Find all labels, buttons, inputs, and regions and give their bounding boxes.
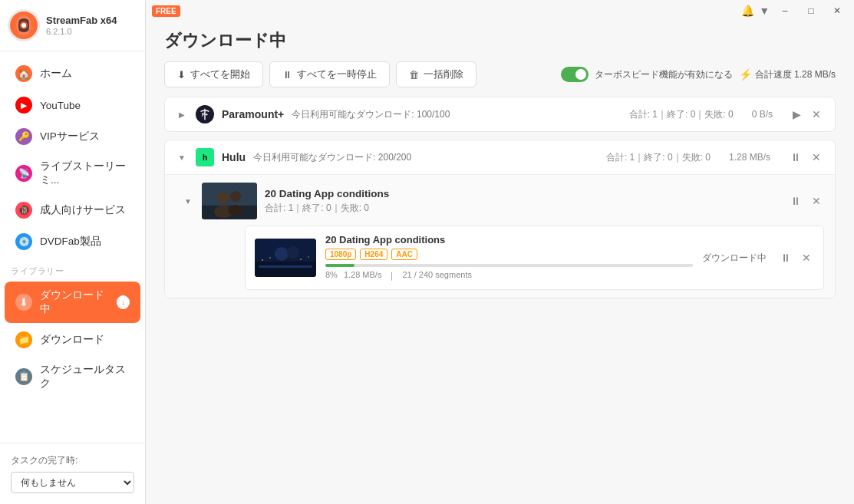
sidebar-item-youtube[interactable]: ▶ YouTube [5,90,140,120]
sidebar-item-downloads[interactable]: 📁 ダウンロード [5,324,140,355]
dating-sub-info: 20 Dating App conditions 1080p H264 AAC … [325,234,693,282]
title-bar: FREE 🔔 ▼ – □ ✕ [146,0,854,21]
paramount-name: Paramount+ [222,108,284,120]
downloading-icon: ⬇ [15,294,32,311]
speed-label: 合計速度 1.28 MB/s [755,68,836,81]
sidebar-item-adult[interactable]: 🔞 成人向けサービス [5,195,140,226]
sidebar-nav: 🏠 ホーム ▶ YouTube 🔑 VIPサービス 📡 ライブストーリーミ...… [0,51,145,443]
svg-point-19 [262,259,263,261]
svg-point-20 [269,257,271,259]
dating-sub-thumb [255,239,316,277]
start-all-button[interactable]: ⬇ すべてを開始 [164,61,263,87]
menu-icon[interactable]: ▼ [759,5,770,17]
live-icon: 📡 [15,165,32,182]
hulu-logo: h [196,148,214,166]
dating-sub-image [255,239,316,277]
app-name: StreamFab x64 [46,15,117,28]
paramount-logo: P+ [196,105,214,124]
dating-app-info: 20 Dating App conditions 合計: 1｜終了: 0｜失敗:… [265,188,780,215]
speed-area: ⚡ 合計速度 1.28 MB/s [739,68,836,81]
dl-sub-actions: ダウンロード中 ⏸ ✕ [702,250,814,265]
progress-pct: 8% [325,270,338,282]
hulu-close-button[interactable]: ✕ [809,150,824,165]
dating-app-actions: ⏸ ✕ [787,193,824,209]
sidebar-item-downloading[interactable]: ⬇ ダウンロード中 ↓ [5,282,140,323]
dating-sub-item: 20 Dating App conditions 1080p H264 AAC … [245,226,824,290]
audio-badge: AAC [391,249,417,260]
youtube-icon: ▶ [15,97,32,114]
sub-close-button[interactable]: ✕ [799,250,814,265]
paramount-close-button[interactable]: ✕ [809,107,824,122]
sidebar: StreamFab x64 6.2.1.0 🏠 ホーム ▶ YouTube 🔑 … [0,0,146,504]
paramount-group-header[interactable]: ▶ P+ Paramount+ 今日利用可能なダウンロード: 100/100 合… [165,97,835,131]
svg-rect-18 [259,265,312,268]
app-logo [8,9,40,41]
content-area: ▶ P+ Paramount+ 今日利用可能なダウンロード: 100/100 合… [146,97,854,504]
start-all-label: すべてを開始 [190,68,250,81]
task-complete-label: タスクの完了時: [11,454,134,467]
dating-pause-button[interactable]: ⏸ [787,193,804,209]
dating-sub-badges: 1080p H264 AAC [325,249,693,260]
hulu-info: 今日利用可能なダウンロード: 200/200 [253,151,411,164]
adult-icon: 🔞 [15,202,32,219]
hulu-pause-button[interactable]: ⏸ [787,150,804,165]
resolution-badge: 1080p [325,249,356,260]
sidebar-item-home[interactable]: 🏠 ホーム [5,58,140,89]
dating-app-item: ▼ [165,174,835,298]
dating-chevron-icon: ▼ [182,197,194,206]
page-title: ダウンロード中 [164,29,836,52]
hulu-group-header[interactable]: ▼ h Hulu 今日利用可能なダウンロード: 200/200 合計: 1｜終了… [165,140,835,174]
dvd-icon: 💿 [15,233,32,250]
sidebar-item-dvd[interactable]: 💿 DVDFab製品 [5,226,140,257]
app-header: StreamFab x64 6.2.1.0 [0,0,145,51]
dl-separator: ｜ [387,270,396,282]
svg-point-17 [287,246,299,259]
download-icon: ⬇ [177,69,186,81]
home-icon: 🏠 [15,65,32,82]
pause-all-button[interactable]: ⏸ すべてを一時停止 [269,61,390,87]
vip-icon: 🔑 [15,128,32,145]
paramount-info: 今日利用可能なダウンロード: 100/100 [292,108,450,121]
turbo-toggle[interactable] [561,67,589,82]
dating-thumb-1 [202,183,257,219]
dl-segments: 21 / 240 segments [402,270,472,282]
sidebar-footer: タスクの完了時: 何もしません シャットダウン スリープ [0,443,145,504]
svg-point-22 [308,256,309,258]
task-complete-select[interactable]: 何もしません シャットダウン スリープ [11,472,134,493]
hulu-stats: 合計: 1｜終了: 0｜失敗: 0 1.28 MB/s [606,151,770,164]
minimize-button[interactable]: – [774,3,796,18]
sidebar-item-youtube-label: YouTube [40,100,81,111]
sidebar-item-live[interactable]: 📡 ライブストーリーミ... [5,153,140,194]
paramount-play-button[interactable]: ▶ [790,107,804,122]
sidebar-item-adult-label: 成人向けサービス [40,203,126,217]
sidebar-item-live-label: ライブストーリーミ... [40,160,130,187]
sidebar-item-schedule[interactable]: 📋 スケジュールタスク [5,356,140,397]
chevron-right-icon: ▶ [176,110,188,119]
free-badge: FREE [152,5,180,17]
dating-sub-title: 20 Dating App conditions [325,234,693,245]
sidebar-item-downloading-label: ダウンロード中 [40,288,109,316]
svg-point-11 [230,191,241,202]
close-button[interactable]: ✕ [826,3,848,18]
page-header: ダウンロード中 [146,21,854,61]
delete-all-label: 一括削除 [424,68,463,81]
pause-icon: ⏸ [282,69,292,81]
dating-close-button[interactable]: ✕ [809,193,824,209]
sub-pause-button[interactable]: ⏸ [777,250,794,265]
speed-icon: ⚡ [739,68,752,81]
hulu-name: Hulu [222,151,246,163]
app-version: 6.2.1.0 [46,27,117,36]
sidebar-item-vip[interactable]: 🔑 VIPサービス [5,121,140,152]
maximize-button[interactable]: □ [800,3,822,18]
svg-point-13 [228,205,243,216]
delete-all-button[interactable]: 🗑 一括削除 [396,61,476,87]
bell-icon[interactable]: 🔔 [741,5,754,17]
dl-status: ダウンロード中 [702,252,767,265]
library-section-label: ライブラリー [0,258,145,280]
paramount-stats: 合計: 1｜終了: 0｜失敗: 0 0 B/s [629,108,773,121]
sidebar-item-vip-label: VIPサービス [40,130,100,143]
turbo-area: ターボスピード機能が有効になる [561,67,733,82]
downloading-badge: ↓ [117,295,130,309]
svg-point-21 [300,259,302,260]
main-content: FREE 🔔 ▼ – □ ✕ ダウンロード中 ⬇ すべてを開始 ⏸ すべてを一時… [146,0,854,504]
